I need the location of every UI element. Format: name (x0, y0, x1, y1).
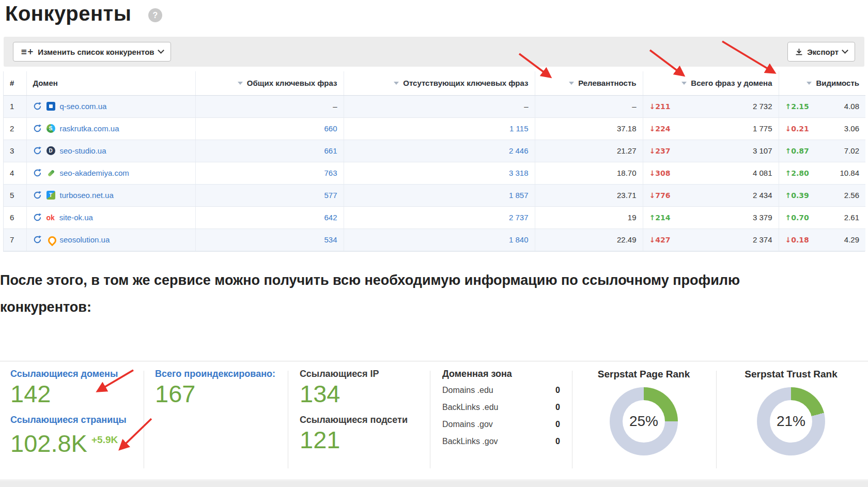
domain-link[interactable]: site-ok.ua (59, 213, 93, 222)
visibility-value: 10.84 (840, 169, 859, 177)
donut-percent-label: 21% (757, 387, 825, 455)
column-header-relevance[interactable]: Релевантность (535, 71, 643, 95)
panel-metric: Ссылающиеся страницы102.8K+5.9K (10, 415, 137, 457)
sort-icon (569, 82, 574, 85)
missing-link[interactable]: 2 446 (509, 146, 529, 155)
favicon (47, 235, 55, 244)
domain-link[interactable]: seosolution.ua (60, 235, 110, 244)
relevance-value: 18.70 (535, 162, 643, 184)
missing-link[interactable]: 3 318 (509, 169, 529, 177)
column-header-missing[interactable]: Отсутствующих ключевых фраз (344, 71, 535, 95)
visibility-delta-badge: ↓0.18 (785, 236, 809, 244)
zone-value: 0 (555, 437, 560, 446)
common-link[interactable]: 534 (324, 235, 337, 244)
sort-icon (807, 82, 812, 85)
external-link-icon[interactable] (33, 235, 42, 244)
domain-link[interactable]: seo-akademiya.com (60, 169, 129, 177)
column-label: Общих ключевых фраз (247, 79, 337, 87)
column-header-domain[interactable]: Домен (26, 71, 195, 95)
missing-value: 3 318 (344, 162, 535, 184)
domain-link[interactable]: raskrutka.com.ua (60, 124, 119, 133)
zone-row: Domains .edu0 (442, 386, 560, 395)
page-rank-widget: Serpstat Page Rank25% (579, 369, 709, 455)
zone-row: BackLinks .edu0 (442, 403, 560, 412)
common-link[interactable]: 661 (324, 146, 337, 155)
relevance-value: 37.18 (535, 117, 643, 140)
missing-link[interactable]: 1 840 (509, 235, 529, 244)
visibility-delta-badge: ↑0.39 (785, 191, 809, 200)
total-phrases-value: 2 434 (753, 191, 772, 200)
external-link-icon[interactable] (33, 169, 42, 177)
zone-label: Domains .gov (442, 420, 493, 429)
missing-link[interactable]: 1 857 (509, 191, 529, 200)
column-header-num[interactable]: # (4, 71, 26, 95)
edit-competitors-label: Изменить список конкурентов (38, 48, 154, 56)
total-phrases-value: 2 374 (753, 235, 772, 244)
common-link[interactable]: 642 (324, 213, 337, 222)
help-icon[interactable]: ? (148, 8, 162, 22)
column-header-common[interactable]: Общих ключевых фраз (195, 71, 344, 95)
column-header-visibility[interactable]: Видимость (779, 71, 865, 95)
total-phrases-value: 3 379 (753, 213, 772, 222)
list-add-icon: ≡+ (21, 47, 34, 56)
export-button[interactable]: Экспорт (787, 42, 855, 62)
column-label: Видимость (816, 79, 859, 87)
page-rank-donut: 25% (610, 387, 678, 455)
export-label: Экспорт (807, 48, 839, 56)
domain-link[interactable]: q-seo.com.ua (60, 102, 107, 111)
external-link-icon[interactable] (33, 102, 42, 111)
external-link-icon[interactable] (33, 191, 42, 200)
table-row: 2Sraskrutka.com.ua6601 11537.18↓2241 775… (4, 117, 865, 140)
metric-value: 134 (300, 381, 424, 407)
competitors-table: #ДоменОбщих ключевых фразОтсутствующих к… (3, 71, 865, 252)
metric-delta-sup: +5.9K (91, 434, 118, 445)
panel-divider (716, 371, 717, 468)
visibility-value: 2.56 (844, 191, 859, 200)
domain-link[interactable]: turboseo.net.ua (60, 191, 114, 200)
favicon: D (47, 146, 55, 155)
total-delta-badge: ↓211 (649, 102, 671, 111)
missing-value: 2 737 (344, 206, 535, 229)
download-icon (795, 48, 803, 56)
missing-link[interactable]: 2 737 (509, 213, 529, 222)
common-link[interactable]: 660 (324, 124, 337, 133)
missing-link[interactable]: 1 115 (509, 124, 528, 133)
metric-label: Ссылающиеся IP (300, 369, 424, 379)
column-header-total[interactable]: Всего фраз у домена (643, 71, 779, 95)
visibility-value: 7.02 (844, 146, 859, 155)
domain-link[interactable]: seo-studio.ua (60, 146, 106, 155)
backlinks-panel: Ссылающиеся домены142Ссылающиеся страниц… (0, 361, 868, 480)
favicon: S (47, 124, 55, 133)
panel-metric: Ссылающиеся подсети121 (300, 415, 424, 453)
column-label: Всего фраз у домена (691, 79, 772, 87)
visibility-delta-badge: ↑2.15 (785, 102, 809, 111)
table-row: 7seosolution.ua5341 84022.49↓4272 374↓0.… (4, 229, 865, 251)
zone-label: Domains .edu (442, 386, 493, 395)
external-link-icon[interactable] (33, 213, 42, 222)
panel-metric: Всего проиндексировано:167 (155, 369, 282, 407)
zone-row: Domains .gov0 (442, 420, 560, 429)
external-link-icon[interactable] (33, 146, 42, 155)
domain-cell-td: seo-akademiya.com (26, 162, 195, 184)
common-value: 577 (195, 184, 344, 206)
panel-divider (288, 371, 288, 468)
visibility-value: 4.29 (844, 235, 859, 244)
trust-rank-donut: 21% (757, 387, 825, 455)
column-label: Домен (33, 79, 58, 87)
row-number: 4 (4, 162, 26, 184)
common-value: 763 (195, 162, 344, 184)
favicon: ok (47, 213, 55, 222)
visibility-value: 2.61 (844, 213, 859, 222)
total-phrases-value: 2 732 (753, 102, 772, 111)
domain-zone-title: Доменная зона (442, 369, 560, 379)
external-link-icon[interactable] (33, 124, 42, 133)
common-value: 660 (195, 117, 344, 140)
chevron-down-icon (842, 47, 848, 54)
common-link[interactable]: 577 (324, 191, 337, 200)
sort-icon (238, 82, 243, 85)
row-number: 2 (4, 117, 26, 140)
favicon (47, 102, 55, 111)
common-link[interactable]: 763 (324, 169, 337, 177)
edit-competitors-button[interactable]: ≡+ Изменить список конкурентов (13, 42, 171, 62)
missing-value: 1 115 (344, 117, 535, 140)
